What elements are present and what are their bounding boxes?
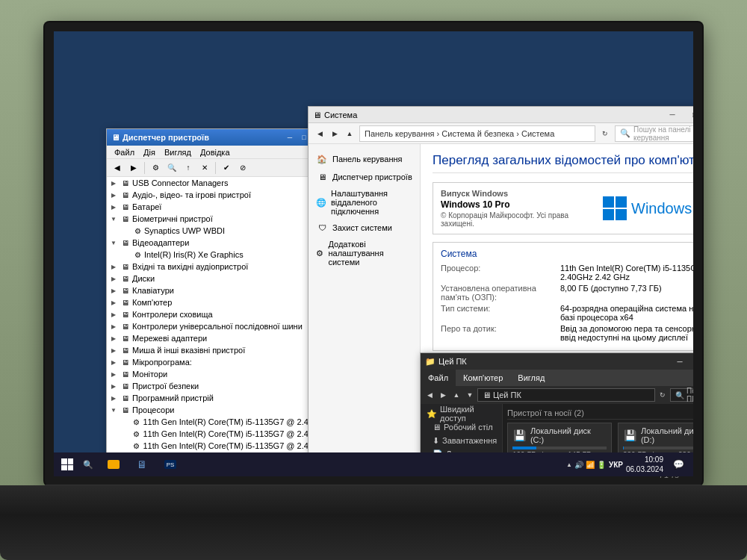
taskbar-terminal-btn[interactable]: PS [157,454,184,475]
devmgr-update-btn[interactable]: ↑ [181,161,196,175]
tree-item[interactable]: ▶ 🖥 Вхідні та вихідні аудіопристрої [107,261,329,273]
system-minimize-btn[interactable]: ─ [661,107,684,123]
windows-logo-icon [61,458,73,470]
taskbar-device-manager-btn[interactable]: 🖥 [128,454,155,475]
explorer-forward-btn[interactable]: ▶ [437,389,449,401]
explorer-tab-computer[interactable]: Комп'ютер [456,370,510,386]
tree-item[interactable]: ▶ 🖥 Програмний пристрій [107,392,329,404]
tree-item[interactable]: ▶ 🖥 Клавіатури [107,284,329,296]
tree-item[interactable]: ▶ 🖥 Монітори [107,368,329,380]
system-maximize-btn[interactable]: □ [684,107,693,123]
device-tree-view[interactable]: ▶ 🖥 USB Connector Managers ▶ 🖥 Аудіо-, в… [107,177,329,467]
explorer-recent-btn[interactable]: ▼ [464,389,476,401]
tree-item-label: Synaptics UWP WBDI [144,226,225,235]
explorer-maximize-btn[interactable]: □ [691,353,693,370]
explorer-nav-downloads[interactable]: ⬇ Завантаження [421,434,502,447]
drive-progress-bar [512,447,607,449]
tree-item[interactable]: ▶ 🖥 Аудіо-, відео- та ігрові пристрої [107,189,329,201]
screen-bezel: 🖥 Диспетчер пристроїв ─ □ ✕ Файл Дія Виг… [45,22,702,485]
devmgr-back-btn[interactable]: ◀ [110,161,125,175]
sys-nav-control-panel[interactable]: 🏠 Панель керування [309,150,420,168]
devmgr-enable-btn[interactable]: ✔ [219,161,234,175]
tree-expand-icon: ▶ [110,383,117,390]
tray-battery-icon[interactable]: 🔋 [597,461,606,469]
explorer-tab-view[interactable]: Вигляд [510,370,552,386]
explorer-tab-file[interactable]: Файл [421,370,456,386]
tree-item[interactable]: ▼ 🖥 Біометричні пристрої [107,213,329,225]
device-manager-nav-icon: 🖥 [316,171,328,183]
devmgr-scan-btn[interactable]: 🔍 [164,161,179,175]
language-indicator[interactable]: УКР [609,461,623,469]
devmgr-menu-help[interactable]: Довідка [196,146,235,159]
devmgr-minimize-btn[interactable]: ─ [283,131,297,143]
tray-volume-icon[interactable]: 📶 [586,461,595,469]
tree-item[interactable]: ▼ 🖥 Відеоадаптери [107,237,329,249]
tray-chevron-icon[interactable]: ▲ [566,461,572,468]
explorer-up-btn[interactable]: ▲ [450,389,462,401]
explorer-nav-desktop[interactable]: 🖥 Робочий стіл [421,420,502,434]
sys-nav-protection[interactable]: 🛡 Захист системи [309,219,420,237]
tray-time-text: 10:09 [626,455,663,464]
ram-row: Установлена оперативна пам'ять (ОЗП): 8,… [441,284,693,302]
start-button[interactable] [57,454,78,475]
downloads-nav-label: Завантаження [442,436,497,445]
taskbar-search-btn[interactable]: 🔍 [78,454,99,475]
system-title-text: Система [324,111,357,119]
tree-item[interactable]: ⚙ 11th Gen Intel(R) Core(TM) i5-1135G7 @… [107,440,329,452]
tree-item[interactable]: ▶ 🖥 Контролери універсальної послідовної… [107,320,329,332]
tree-item-icon: 🖥 [120,321,131,332]
system-section-title: Система [441,249,693,259]
devmgr-uninstall-btn[interactable]: ✕ [197,161,212,175]
tree-item[interactable]: ⚙ 11th Gen Intel(R) Core(TM) i5-1135G7 @… [107,428,329,440]
system-sidebar: 🏠 Панель керування 🖥 Диспетчер пристроїв… [309,144,421,476]
sys-nav-advanced[interactable]: ⚙ Додаткові налаштування системи [309,237,420,270]
tree-item[interactable]: ▶ 🖥 Мікропрограма: [107,356,329,368]
tree-item[interactable]: ▶ 🖥 USB Connector Managers [107,177,329,189]
tree-expand-icon: ▶ [110,359,117,366]
downloads-nav-icon: ⬇ [433,436,439,446]
tree-expand-icon: ▼ [110,216,117,223]
tree-item[interactable]: ▶ 🖥 Комп'ютер [107,296,329,308]
sys-nav-device-manager[interactable]: 🖥 Диспетчер пристроїв [309,168,420,186]
tree-item[interactable]: ⚙ 11th Gen Intel(R) Core(TM) i5-1135G7 @… [107,416,329,428]
explorer-search-box[interactable]: 🔍 Пошук: Цей ПК [670,388,693,402]
explorer-back-btn[interactable]: ◀ [424,389,436,401]
system-forward-btn[interactable]: ▶ [328,127,341,140]
tree-item-icon: ⚙ [132,225,143,236]
laptop-screen: 🖥 Диспетчер пристроїв ─ □ ✕ Файл Дія Виг… [54,31,693,476]
tree-item-label: Відеоадаптери [132,238,189,247]
tree-item[interactable]: ⚙ Intel(R) Iris(R) Xe Graphics [107,249,329,261]
quick-access-icon: ⭐ [427,409,437,419]
tree-item[interactable]: ▶ 🖥 Батареї [107,201,329,213]
system-type-label: Тип системи: [441,304,560,322]
system-window-controls: ─ □ ✕ [661,107,693,123]
explorer-refresh-btn[interactable]: ↻ [657,389,669,401]
tray-network-icon[interactable]: 🔊 [574,461,583,469]
tree-item[interactable]: ▶ 🖥 Мережеві адаптери [107,332,329,344]
devmgr-menu-file[interactable]: Файл [110,146,139,159]
laptop-bottom [0,485,747,560]
devmgr-disable-btn[interactable]: ⊘ [235,161,250,175]
system-back-btn[interactable]: ◀ [313,127,326,140]
tree-item[interactable]: ▶ 🖥 Пристрої безпеки [107,380,329,392]
devmgr-menu-view[interactable]: Вигляд [160,146,196,159]
tree-item[interactable]: ⚙ Synaptics UWP WBDI [107,225,329,237]
taskbar-file-explorer-btn[interactable] [100,454,127,475]
tree-item[interactable]: ▼ 🖥 Процесори [107,404,329,416]
system-refresh-btn[interactable]: ↻ [598,127,612,140]
devmgr-menu-action[interactable]: Дія [139,146,160,159]
tree-item[interactable]: ▶ 🖥 Миша й інші вказівні пристрої [107,344,329,356]
system-up-btn[interactable]: ▲ [343,127,356,140]
explorer-breadcrumb[interactable]: 🖥 Цей ПК [477,388,655,402]
system-search-box[interactable]: 🔍 Пошук на панелі керування [615,125,693,142]
sys-nav-remote[interactable]: 🌐 Налаштування віддаленого підключення [309,186,420,219]
tree-item[interactable]: ▶ 🖥 Контролери сховища [107,308,329,320]
devmgr-forward-btn[interactable]: ▶ [126,161,141,175]
devmgr-properties-btn[interactable]: ⚙ [148,161,163,175]
tree-item-icon: ⚙ [131,429,141,439]
tray-datetime[interactable]: 10:09 06.03.2024 [626,455,663,474]
explorer-nav-quick-access[interactable]: ⭐ Швидкий доступ [421,407,502,420]
notification-center-btn[interactable]: 💬 [669,455,687,473]
explorer-minimize-btn[interactable]: ─ [669,353,691,370]
tree-item[interactable]: ▶ 🖥 Диски [107,273,329,284]
